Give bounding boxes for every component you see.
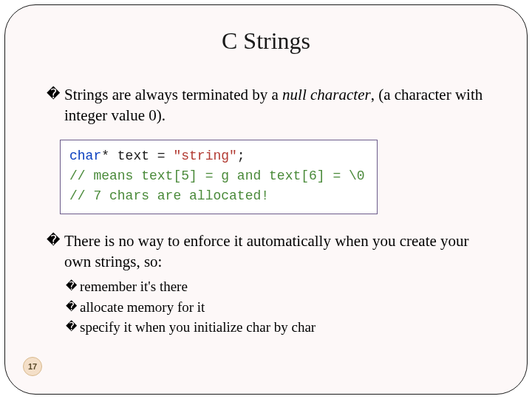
- page-number-badge: 17: [23, 357, 42, 376]
- code-str: "string": [173, 149, 236, 163]
- page-number: 17: [28, 362, 37, 371]
- sub-bullet-2: � allocate memory for it: [66, 297, 491, 318]
- sub-bullet-3-text: specify it when you initialize char by c…: [80, 317, 316, 338]
- code-line-1: char* text = "string";: [69, 146, 368, 166]
- slide-frame: C Strings � Strings are always terminate…: [4, 4, 528, 395]
- bullet-list: � Strings are always terminated by a nul…: [47, 84, 491, 338]
- sub-bullet-1: � remember it's there: [66, 276, 491, 297]
- bullet-icon: �: [66, 297, 77, 318]
- slide-title: C Strings: [41, 27, 491, 55]
- code-rest: * text =: [101, 149, 173, 163]
- bullet-1-em: null character: [282, 86, 371, 103]
- sub-bullet-1-text: remember it's there: [80, 276, 188, 297]
- bullet-2-text: There is no way to enforce it automatica…: [64, 231, 491, 273]
- sub-bullet-2-text: allocate memory for it: [80, 297, 205, 318]
- bullet-icon: �: [66, 317, 77, 338]
- code-line-2: // means text[5] = g and text[6] = \0: [69, 166, 368, 186]
- bullet-icon: �: [47, 84, 60, 126]
- sub-bullet-list: � remember it's there � allocate memory …: [66, 276, 491, 338]
- code-box: char* text = "string"; // means text[5] …: [60, 140, 378, 214]
- sub-bullet-3: � specify it when you initialize char by…: [66, 317, 491, 338]
- bullet-1-text: Strings are always terminated by a null …: [64, 84, 491, 126]
- code-kw: char: [69, 149, 101, 163]
- bullet-1: � Strings are always terminated by a nul…: [47, 84, 491, 126]
- bullet-icon: �: [47, 231, 60, 273]
- bullet-icon: �: [66, 276, 77, 297]
- bullet-2: � There is no way to enforce it automati…: [47, 231, 491, 273]
- code-line-3: // 7 chars are allocated!: [69, 186, 368, 206]
- code-end: ;: [237, 149, 245, 163]
- bullet-1-pre: Strings are always terminated by a: [64, 86, 282, 103]
